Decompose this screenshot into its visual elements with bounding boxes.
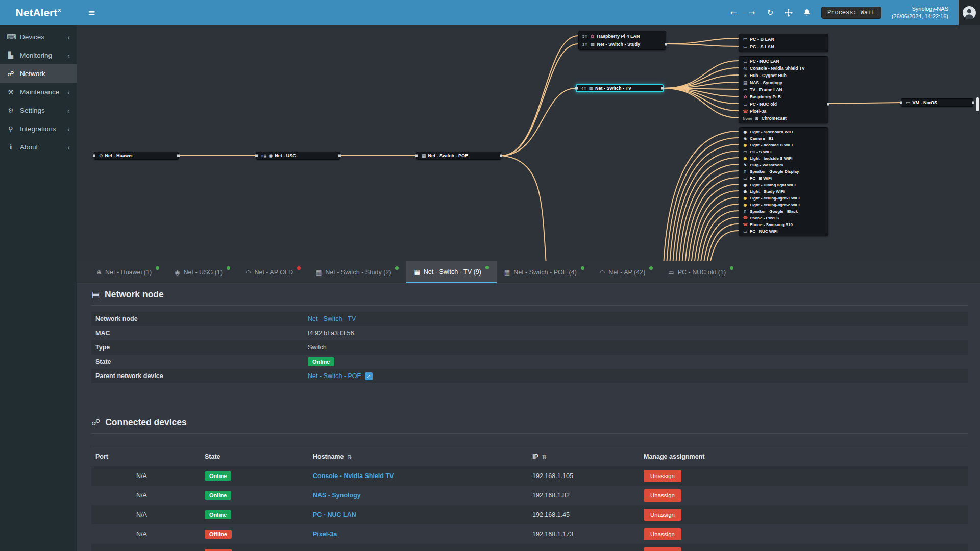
- state-badge: Online: [205, 471, 231, 481]
- scrollbar-thumb[interactable]: [976, 97, 979, 111]
- sidebar-item-integrations[interactable]: ⚲Integrations‹: [0, 119, 77, 138]
- diagram-device-phone-pixel-6[interactable]: ☎Phone - Pixel 6: [739, 215, 828, 221]
- unassign-button[interactable]: Unassign: [644, 547, 681, 551]
- sort-icon[interactable]: ⇅: [542, 454, 547, 460]
- diagram-device-plug-washroom[interactable]: ↯Plug - Washroom: [739, 162, 828, 168]
- diagram-device-light-study-wifi[interactable]: ●Light - Study WiFi: [739, 188, 828, 195]
- topology-link: [694, 197, 739, 261]
- info-label: Network node: [91, 315, 308, 322]
- hostname-link[interactable]: NAS - Synology: [313, 492, 361, 499]
- diagram-node-net-switch-poe[interactable]: ▦Net - Switch - POE: [416, 152, 501, 160]
- diagram-device-console-nvidia-shield-tv[interactable]: ◎Console - Nvidia Shield TV: [739, 65, 828, 72]
- user-menu[interactable]: [959, 0, 980, 25]
- topology-link: [501, 44, 578, 156]
- diagram-device-tv-frame-lan[interactable]: ▭TV - Frame LAN: [739, 86, 828, 93]
- column-header-hostname[interactable]: Hostname⇅: [309, 447, 528, 466]
- device-label: Phone - Samsung S10: [750, 222, 793, 227]
- diagram-node-net-usg[interactable]: 3≣◉Net - USG: [256, 152, 340, 160]
- diagram-device-pc-nuc-lan[interactable]: ▭PC - NUC LAN: [739, 58, 828, 65]
- diagram-node-vm-nixos[interactable]: ▭VM - NixOS: [901, 98, 973, 107]
- tab-pc-nuc-old-1[interactable]: ▭PC - NUC old (1): [660, 261, 741, 283]
- sidebar-item-network[interactable]: ☍Network: [0, 64, 77, 83]
- process-status-chip[interactable]: Process: Wait: [821, 7, 881, 19]
- diagram-device-pc-b-lan[interactable]: ▭PC - B LAN: [739, 35, 828, 43]
- diagram-device-light-ceiling-light-1-wifi[interactable]: ●Light - ceiling-light-1 WiFi: [739, 195, 828, 202]
- diagram-device-net-switch-study[interactable]: 2≣▦Net - Switch - Study: [579, 40, 666, 48]
- node-label: Net - Huawei: [105, 153, 133, 158]
- sidebar-toggle-button[interactable]: ≡: [81, 4, 103, 21]
- refresh-icon[interactable]: ↻: [766, 8, 774, 17]
- diagram-device-pc-s-lan[interactable]: ▭PC - S LAN: [739, 43, 828, 51]
- unassign-button[interactable]: Unassign: [644, 509, 681, 521]
- diagram-device-pc-nuc-old[interactable]: ▭PC - NUC old: [739, 101, 828, 108]
- diagram-device-pixel-3a[interactable]: ☎Pixel-3a: [739, 108, 828, 115]
- diagram-node-net-switch-tv[interactable]: 4≣▦Net - Switch - TV: [576, 84, 664, 92]
- info-label: MAC: [91, 330, 308, 337]
- table-header-row: PortStateHostname⇅IP⇅Manage assignment: [91, 447, 968, 466]
- tab-net-ap-42[interactable]: ◠Net - AP (42): [592, 261, 661, 283]
- back-icon[interactable]: ←: [729, 8, 738, 17]
- connector-dot: [255, 155, 258, 157]
- connector-dot: [900, 102, 902, 104]
- sidebar-item-monitoring[interactable]: ▙Monitoring‹: [0, 46, 77, 64]
- diagram-device-phone-samsung-s10[interactable]: ☎Phone - Samsung S10: [739, 221, 828, 228]
- device-label: NAS - Synology: [750, 80, 782, 85]
- port-prefix: None: [743, 116, 752, 121]
- diagram-device-raspberry-pi-b[interactable]: ✿Raspberry Pi B: [739, 93, 828, 101]
- network-node-link[interactable]: Net - Switch - TV: [308, 315, 356, 322]
- device-label: Light - bedside B WiFi: [750, 143, 793, 147]
- diagram-device-light-sideboard-wifi[interactable]: ●Light - Sideboard WiFi: [739, 129, 828, 135]
- tab-label: PC - NUC old (1): [678, 269, 726, 276]
- sidebar-item-about[interactable]: ℹAbout‹: [0, 138, 77, 156]
- unassign-button[interactable]: Unassign: [644, 489, 681, 502]
- switch-icon: ▦: [316, 269, 322, 276]
- app-logo[interactable]: NetAlertx: [0, 0, 77, 25]
- sort-icon[interactable]: ⇅: [347, 454, 352, 460]
- diagram-device-speaker-google-black[interactable]: ▯Speaker - Google - Black: [739, 208, 828, 215]
- network-topology-diagram: ⊕Net - Huawei3≣◉Net - USG▦Net - Switch -…: [77, 25, 980, 261]
- diagram-device-nas-synology[interactable]: ▤NAS - Synology: [739, 79, 828, 86]
- unassign-button[interactable]: Unassign: [644, 528, 681, 540]
- unassign-button[interactable]: Unassign: [644, 470, 681, 482]
- tab-net-usg-1[interactable]: ◉Net - USG (1): [167, 261, 238, 283]
- hostname-link[interactable]: Console - Nvidia Shield TV: [313, 472, 394, 480]
- sidebar-item-settings[interactable]: ⚙Settings‹: [0, 101, 77, 119]
- diagram-device-light-bedside-s-wifi[interactable]: ●Light - bedside S WiFi: [739, 155, 828, 162]
- forward-icon[interactable]: →: [748, 8, 756, 17]
- diagram-device-light-bedside-b-wifi[interactable]: ●Light - bedside B WiFi: [739, 142, 828, 148]
- tab-net-switch-study-2[interactable]: ▦Net - Switch - Study (2): [308, 261, 407, 283]
- tab-net-huawei-1[interactable]: ⊕Net - Huawei (1): [89, 261, 167, 283]
- diagram-node-net-huawei[interactable]: ⊕Net - Huawei: [94, 152, 179, 160]
- diagram-device-light-ceiling-light-2-wifi[interactable]: ●Light - ceiling-light-2 WiFi: [739, 202, 828, 208]
- diagram-device-pc-nuc-wifi[interactable]: ▭PC - NUC WiFi: [739, 228, 828, 235]
- notifications-bell-icon[interactable]: [803, 9, 811, 17]
- column-header-ip[interactable]: IP⇅: [528, 447, 640, 466]
- move-icon[interactable]: [785, 9, 793, 17]
- device-label: Speaker - Google Display: [750, 169, 799, 174]
- diagram-device-light-dining-light-wifi[interactable]: ●Light - Dining light WiFi: [739, 182, 828, 188]
- device-row-console-nvidia-shield-tv: N/AOnlineConsole - Nvidia Shield TV192.1…: [91, 466, 968, 486]
- hostname-link[interactable]: PC - NUC LAN: [313, 511, 356, 518]
- external-link-icon[interactable]: ↗: [365, 372, 373, 380]
- parent-node-link[interactable]: Net - Switch - POE: [308, 372, 361, 380]
- hostname-link[interactable]: Pixel-3a: [313, 531, 337, 538]
- child-count-badge: 5≣: [582, 34, 587, 39]
- tab-label: Net - Huawei (1): [105, 269, 152, 276]
- phone-icon: ☎: [743, 109, 748, 114]
- diagram-device-raspberry-pi-4-lan[interactable]: 5≣✿Raspberry Pi 4 LAN: [579, 32, 666, 40]
- diagram-device-pc-s-wifi[interactable]: ▭PC - S WiFi: [739, 148, 828, 155]
- status-dot: [395, 266, 399, 270]
- tab-net-switch-tv-9[interactable]: ▦Net - Switch - TV (9): [406, 261, 496, 283]
- diagram-device-camera-e1[interactable]: ◉Camera - E1: [739, 135, 828, 142]
- diagram-device-hub-cygnet-hub[interactable]: ✳Hub - Cygnet Hub: [739, 72, 828, 79]
- sidebar-item-maintenance[interactable]: ⚒Maintenance‹: [0, 83, 77, 101]
- cast-icon: ≋: [754, 116, 760, 121]
- diagram-device-chromecast[interactable]: None≋Chromecast: [739, 115, 828, 122]
- topology-link: [828, 103, 901, 104]
- diagram-device-pc-b-wifi[interactable]: ▭PC - B WiFi: [739, 175, 828, 182]
- tab-net-switch-poe-4[interactable]: ▦Net - Switch - POE (4): [497, 261, 592, 283]
- info-value: Switch: [308, 344, 327, 351]
- diagram-device-speaker-google-display[interactable]: ▯Speaker - Google Display: [739, 168, 828, 175]
- sidebar-item-devices[interactable]: ⌨Devices‹: [0, 28, 77, 46]
- tab-net-ap-old[interactable]: ◠Net - AP OLD: [238, 261, 308, 283]
